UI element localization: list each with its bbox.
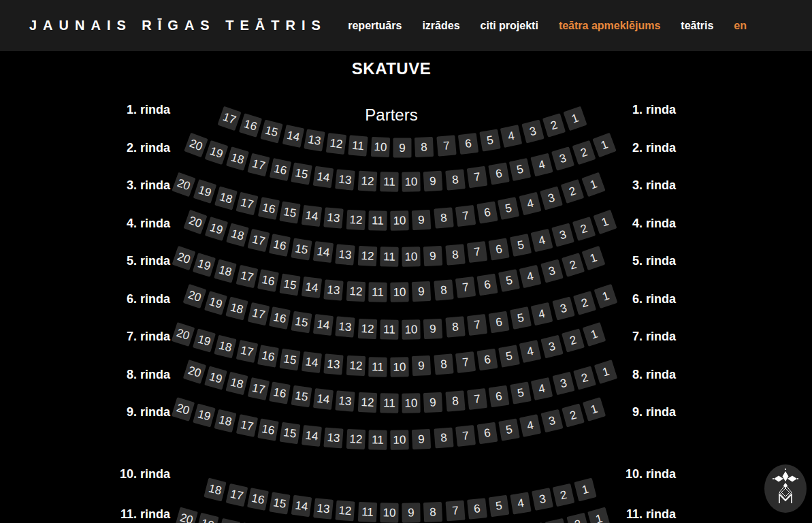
- seat[interactable]: 7: [445, 501, 465, 522]
- seat[interactable]: 16: [257, 418, 279, 441]
- seat[interactable]: 14: [282, 125, 304, 148]
- seat[interactable]: 12: [357, 171, 377, 191]
- seat[interactable]: 15: [261, 119, 283, 143]
- seat[interactable]: 5: [489, 495, 510, 517]
- seat[interactable]: 7: [436, 136, 456, 157]
- seat[interactable]: 12: [346, 355, 365, 376]
- seat[interactable]: 16: [247, 488, 269, 511]
- seat[interactable]: 11: [368, 210, 387, 230]
- seat[interactable]: 11: [380, 319, 398, 339]
- seat[interactable]: 15: [291, 311, 312, 333]
- seat[interactable]: 20: [172, 246, 195, 270]
- seat[interactable]: 7: [467, 241, 487, 263]
- seat[interactable]: 15: [280, 201, 301, 223]
- seat[interactable]: 16: [257, 345, 279, 367]
- seat[interactable]: 15: [291, 163, 313, 185]
- seat[interactable]: 9: [423, 171, 443, 191]
- seat[interactable]: 5: [509, 234, 531, 257]
- seat[interactable]: 7: [455, 276, 476, 298]
- seat[interactable]: 4: [519, 414, 541, 437]
- seat[interactable]: 10: [390, 430, 408, 450]
- seat[interactable]: 5: [479, 129, 500, 152]
- seat[interactable]: 20: [183, 210, 207, 234]
- seat[interactable]: 6: [488, 163, 510, 185]
- seat[interactable]: 12: [336, 501, 355, 522]
- seat[interactable]: 14: [302, 425, 322, 447]
- seat[interactable]: 6: [457, 133, 478, 155]
- seat[interactable]: 14: [313, 388, 334, 410]
- seat[interactable]: 6: [488, 385, 509, 408]
- seat[interactable]: 11: [368, 282, 387, 302]
- seat[interactable]: 9: [402, 503, 420, 522]
- seat[interactable]: 18: [226, 372, 248, 396]
- seat[interactable]: 11: [380, 247, 399, 267]
- seat[interactable]: 9: [423, 392, 442, 413]
- seat[interactable]: 10: [402, 394, 420, 413]
- seat[interactable]: 6: [488, 311, 509, 333]
- seat[interactable]: 7: [455, 351, 476, 373]
- seat[interactable]: 13: [336, 391, 355, 412]
- seat[interactable]: 19: [204, 366, 227, 390]
- seat[interactable]: 9: [412, 281, 431, 302]
- seat[interactable]: 10: [390, 210, 409, 230]
- seat[interactable]: 4: [510, 492, 531, 514]
- seat[interactable]: 16: [257, 269, 279, 292]
- seat[interactable]: 4: [530, 153, 553, 176]
- seat[interactable]: 7: [466, 166, 487, 188]
- seat[interactable]: 3: [521, 119, 544, 143]
- seat[interactable]: 19: [193, 180, 217, 204]
- seat[interactable]: 12: [326, 133, 346, 155]
- seat[interactable]: 9: [412, 209, 432, 229]
- seat[interactable]: 16: [269, 158, 291, 181]
- seat[interactable]: 3: [545, 518, 568, 523]
- seat[interactable]: 14: [313, 314, 334, 336]
- seat[interactable]: 1: [581, 172, 605, 197]
- seat[interactable]: 13: [304, 129, 325, 152]
- seat[interactable]: 3: [552, 372, 574, 396]
- seat[interactable]: 20: [184, 133, 208, 158]
- seat[interactable]: 2: [566, 513, 589, 523]
- seat[interactable]: 15: [280, 273, 301, 296]
- seat[interactable]: 12: [346, 281, 365, 302]
- seat[interactable]: 2: [572, 140, 596, 165]
- seat[interactable]: 9: [412, 429, 431, 449]
- seat[interactable]: 15: [280, 422, 301, 445]
- seat[interactable]: 19: [204, 217, 227, 241]
- seat[interactable]: 3: [532, 488, 553, 511]
- seat[interactable]: 7: [467, 314, 487, 336]
- seat[interactable]: 2: [561, 180, 585, 204]
- seat[interactable]: 10: [390, 282, 408, 302]
- seat[interactable]: 3: [551, 147, 574, 171]
- seat[interactable]: 17: [225, 483, 248, 506]
- seat[interactable]: 12: [357, 318, 376, 338]
- seat[interactable]: 3: [540, 259, 564, 283]
- seat[interactable]: 18: [214, 259, 238, 283]
- seat[interactable]: 4: [500, 125, 522, 148]
- seat[interactable]: 17: [218, 106, 242, 131]
- seat[interactable]: 19: [193, 253, 216, 277]
- seat[interactable]: 8: [434, 279, 453, 300]
- seat[interactable]: 18: [226, 147, 249, 171]
- seat[interactable]: 3: [552, 297, 574, 321]
- seat[interactable]: 2: [573, 366, 596, 390]
- seat[interactable]: 2: [553, 483, 575, 506]
- seat[interactable]: 5: [498, 345, 520, 367]
- seat[interactable]: 17: [247, 229, 270, 252]
- seat[interactable]: 6: [476, 201, 498, 223]
- seat[interactable]: 4: [519, 192, 541, 216]
- seat[interactable]: 4: [519, 264, 542, 287]
- seat[interactable]: 1: [574, 478, 596, 502]
- seat[interactable]: 13: [324, 354, 344, 375]
- seat[interactable]: 6: [476, 422, 498, 445]
- seat[interactable]: 15: [291, 385, 312, 408]
- seat[interactable]: 18: [226, 223, 249, 247]
- seat[interactable]: 5: [498, 197, 519, 220]
- seat[interactable]: 13: [324, 428, 344, 449]
- seat[interactable]: 20: [183, 284, 207, 308]
- seat[interactable]: 5: [498, 269, 520, 292]
- seat[interactable]: 8: [445, 169, 466, 190]
- seat[interactable]: 16: [257, 197, 279, 220]
- seat[interactable]: 13: [324, 279, 344, 300]
- seat[interactable]: 9: [423, 318, 442, 338]
- seat[interactable]: 8: [445, 317, 465, 338]
